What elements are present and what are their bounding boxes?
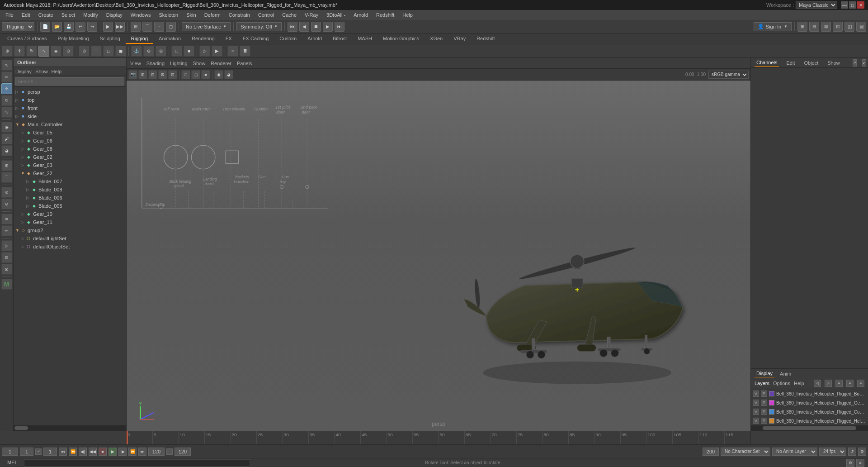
outliner-item-gear05[interactable]: ▷ ◆ Gear_05 — [14, 129, 126, 137]
tab-mash[interactable]: MASH — [352, 34, 377, 44]
outliner-item-gear03[interactable]: ▷ ◆ Gear_03 — [14, 161, 126, 169]
palette-rotate[interactable]: ↻ — [1, 95, 12, 106]
tool-ik[interactable]: ⊘ — [79, 46, 90, 57]
layer-v-bones[interactable]: V — [753, 391, 759, 397]
tab-rendering[interactable]: Rendering — [186, 34, 220, 44]
tool-show-hide1[interactable]: □ — [171, 46, 182, 57]
tab-poly-modeling[interactable]: Poly Modeling — [52, 34, 94, 44]
outliner-item-persp[interactable]: ▷ ■ persp — [14, 88, 126, 96]
layer-tab-layers[interactable]: Layers — [755, 381, 769, 386]
palette-curve[interactable]: ⌒ — [1, 172, 12, 183]
palette-edit[interactable]: ✏ — [1, 225, 12, 236]
vp-btn-flat[interactable]: ■ — [201, 70, 210, 79]
palette-grid[interactable]: ⊟ — [1, 252, 12, 263]
playback-end-input[interactable] — [148, 448, 165, 456]
no-live-surface-dropdown[interactable]: No Live Surface ▼ — [182, 22, 231, 31]
outliner-item-side[interactable]: ▷ ■ side — [14, 112, 126, 120]
save-scene-btn[interactable]: 💾 — [64, 22, 74, 32]
rp-tab-show[interactable]: Show — [826, 59, 842, 67]
palette-paint[interactable]: 🖌 — [1, 133, 12, 144]
outliner-item-gear06[interactable]: ▷ ◆ Gear_06 — [14, 137, 126, 145]
palette-snap[interactable]: ⊞ — [1, 160, 12, 171]
step-fwd-btn[interactable]: ⏩ — [128, 448, 137, 456]
layer-row-bones[interactable]: V P Bell_360_Invictus_Helicopter_Rigged_… — [751, 389, 868, 398]
menu-skin[interactable]: Skin — [183, 11, 199, 19]
tab-xgen[interactable]: XGen — [425, 34, 448, 44]
tool-universal[interactable]: ◈ — [51, 46, 61, 57]
vp-btn-ao[interactable]: ◉ — [214, 70, 223, 79]
vp-btn-wireframe[interactable]: □ — [181, 70, 190, 79]
mel-label[interactable]: MEL — [4, 460, 21, 465]
prev-frame-btn[interactable]: ⏮ — [288, 22, 297, 32]
next-key-btn[interactable]: |▶ — [118, 448, 127, 456]
palette-select[interactable]: ↖ — [1, 60, 12, 71]
outliner-item-group2[interactable]: ▼ ◇ group2 — [14, 226, 126, 234]
menu-redshift[interactable]: Redshift — [373, 11, 398, 19]
tab-custom[interactable]: Custom — [274, 34, 302, 44]
layer-v-geom[interactable]: V — [753, 400, 759, 406]
outliner-item-defaultlightset[interactable]: ▷ ⬡ defaultLightSet — [14, 234, 126, 243]
vp-btn-mode1[interactable]: ⊞ — [138, 70, 147, 79]
goto-end-btn[interactable]: ⏭ — [138, 448, 146, 456]
tool-poly[interactable]: ◼ — [115, 46, 126, 57]
vp-btn-shadow[interactable]: ◕ — [224, 70, 233, 79]
rp-tab-edit[interactable]: Edit — [784, 59, 797, 67]
outliner-item-blade005[interactable]: ▷ ◆ Blade_005 — [14, 202, 126, 210]
status-icon1[interactable]: ⚙ — [846, 459, 854, 467]
snap-surface-btn[interactable]: ◻ — [166, 22, 176, 32]
outliner-item-gear22[interactable]: ▼ ◆ Gear_22 — [14, 169, 126, 177]
tool-show-hide2[interactable]: ■ — [184, 46, 194, 57]
palette-lasso[interactable]: ⊂ — [1, 71, 12, 82]
menu-vray[interactable]: V-Ray — [301, 11, 322, 19]
outliner-search-input[interactable] — [15, 77, 124, 86]
open-scene-btn[interactable]: 📂 — [52, 22, 62, 32]
outliner-item-blade007[interactable]: ▷ ◆ Blade_007 — [14, 177, 126, 186]
tool-surface[interactable]: ◻ — [103, 46, 114, 57]
menu-edit[interactable]: Edit — [18, 11, 34, 19]
outliner-item-gear08[interactable]: ▷ ◆ Gear_08 — [14, 145, 126, 153]
render-btn[interactable]: ▶ — [103, 22, 113, 32]
rp-tab-object[interactable]: Object — [802, 59, 820, 67]
tab-rigging[interactable]: Rigging — [126, 34, 153, 44]
menu-modify[interactable]: Modify — [80, 11, 101, 19]
outliner-item-gear02[interactable]: ▷ ◆ Gear_02 — [14, 153, 126, 161]
tool-constraint1[interactable]: ⚓ — [131, 46, 142, 57]
tab-fx[interactable]: FX — [220, 34, 237, 44]
vp-menu-shading[interactable]: Shading — [145, 60, 166, 67]
minimize-btn[interactable]: — — [841, 1, 848, 9]
tool-constraint2[interactable]: ⊛ — [143, 46, 154, 57]
layout-btn6[interactable]: ▤ — [856, 22, 866, 32]
tool-render1[interactable]: ▷ — [199, 46, 210, 57]
tool-curve[interactable]: ⌒ — [91, 46, 102, 57]
menu-select[interactable]: Select — [58, 11, 79, 19]
vp-btn-mode4[interactable]: ⊡ — [168, 70, 177, 79]
rp-tab-anim[interactable]: Anim — [778, 370, 793, 377]
vp-menu-show[interactable]: Show — [191, 60, 208, 67]
outliner-item-defaultobjectset[interactable]: ▷ ⬡ defaultObjectSet — [14, 243, 126, 251]
menu-constrain[interactable]: Constrain — [225, 11, 254, 19]
layer-v-ctrl[interactable]: V — [753, 409, 759, 415]
outliner-item-blade006[interactable]: ▷ ◆ Blade_006 — [14, 194, 126, 202]
viewport-canvas[interactable]: Tail rotor Main rotor Turn wheels Rudder… — [127, 81, 750, 431]
next-frame-btn[interactable]: ⏭ — [335, 22, 344, 32]
layer-icon3[interactable]: ≡ — [835, 380, 843, 387]
tool-select[interactable]: ⊕ — [2, 46, 13, 57]
tab-vray[interactable]: VRay — [448, 34, 471, 44]
outliner-item-gear11[interactable]: ▷ ◆ Gear_11 — [14, 218, 126, 226]
vp-btn-mode2[interactable]: ⊟ — [148, 70, 157, 79]
anim-layer-dropdown[interactable]: No Anim Layer — [772, 448, 817, 456]
rp-tab-channels[interactable]: Channels — [755, 59, 779, 67]
tab-arnold[interactable]: Arnold — [302, 34, 327, 44]
layer-p-geom[interactable]: P — [761, 400, 767, 406]
menu-windows[interactable]: Windows — [127, 11, 155, 19]
menu-arnold[interactable]: Arnold — [350, 11, 372, 19]
layer-v-help[interactable]: V — [753, 418, 759, 424]
menu-deform[interactable]: Deform — [201, 11, 224, 19]
playback-start-input[interactable] — [20, 448, 33, 456]
tab-redshift[interactable]: Redshift — [471, 34, 500, 44]
playback-checkbox[interactable]: ✓ — [35, 448, 42, 455]
fps-dropdown[interactable]: 24 fps — [819, 448, 846, 456]
status-icon2[interactable]: ≡ — [856, 459, 864, 467]
symmetry-dropdown[interactable]: Symmetry: Off ▼ — [236, 22, 282, 31]
rp-icon-collapse[interactable]: ↙ — [862, 59, 866, 67]
